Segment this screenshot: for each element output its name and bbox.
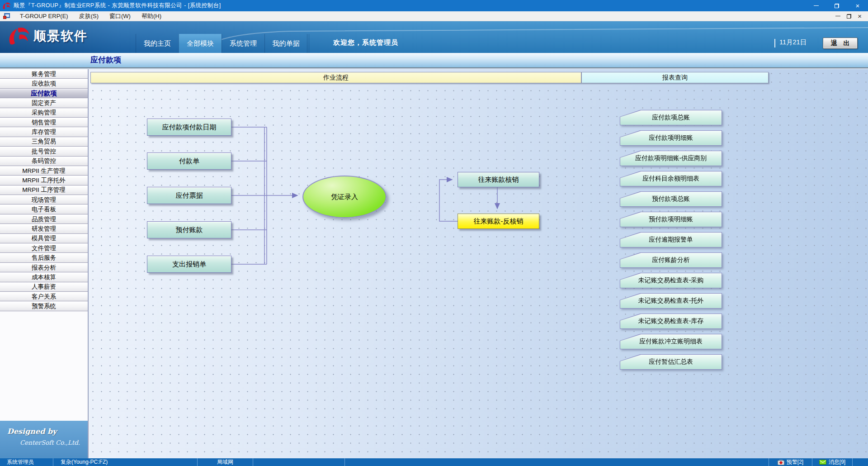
status-spacer bbox=[345, 458, 769, 466]
status-alerts[interactable]: 预警[2] bbox=[769, 458, 812, 466]
brand: 顺景软件 bbox=[6, 26, 88, 47]
mdi-close-icon[interactable]: × bbox=[858, 13, 862, 19]
statusbar: 系统管理员 复杂(Young-PC:FZ) 局域网 预警[2] 消息[9] bbox=[0, 458, 868, 466]
tab-all-modules[interactable]: 全部模块 bbox=[179, 34, 222, 53]
sidebar-item-crm[interactable]: 客户关系 bbox=[0, 292, 88, 301]
current-date: 11月21日 bbox=[779, 38, 807, 47]
sidebar-item-mrp2-production[interactable]: MRPII 生产管理 bbox=[0, 166, 88, 176]
report-button-prepayment-detail[interactable]: 预付款项明细账 bbox=[620, 212, 722, 227]
sidebar-item-rnd[interactable]: 研发管理 bbox=[0, 224, 88, 233]
subheader: 应付款项 bbox=[0, 53, 868, 68]
sidebar-item-quality[interactable]: 品质管理 bbox=[0, 214, 88, 224]
sidebar-item-mold[interactable]: 模具管理 bbox=[0, 234, 88, 243]
page-title: 应付款项 bbox=[90, 55, 121, 65]
sidebar-item-shopfloor[interactable]: 现场管理 bbox=[0, 195, 88, 204]
sidebar-item-mrp2-process[interactable]: MRPII 工序管理 bbox=[0, 185, 88, 195]
body: 账务管理 应收款项 应付款项 固定资产 采购管理 销售管理 库存管理 三角贸易 … bbox=[0, 69, 868, 458]
alerts-label: 预警[2] bbox=[787, 458, 803, 466]
flow-node-payable-notes[interactable]: 应付票据 bbox=[147, 187, 231, 204]
messages-label: 消息[9] bbox=[829, 458, 845, 466]
flow-node-write-off[interactable]: 往来账款核销 bbox=[458, 172, 539, 187]
minimize-icon bbox=[814, 5, 819, 6]
designed-by-line2: CenterSoft Co.,Ltd. bbox=[20, 439, 88, 446]
flow-node-payment-date[interactable]: 应付款项付款日期 bbox=[147, 119, 231, 136]
close-button[interactable]: × bbox=[847, 0, 868, 11]
report-button-payable-account-balance[interactable]: 应付科目余额明细表 bbox=[620, 171, 722, 186]
menu-item-tgroup-erp[interactable]: T-GROUP ERP(E) bbox=[14, 11, 74, 21]
status-machine: 复杂(Young-PC:FZ) bbox=[53, 458, 198, 466]
flow-node-expense-report[interactable]: 支出报销单 bbox=[147, 256, 231, 273]
sidebar-item-barcode-control[interactable]: 条码管控 bbox=[0, 157, 88, 166]
sidebar-item-document[interactable]: 文件管理 bbox=[0, 243, 88, 253]
header-sweep-decoration bbox=[0, 21, 868, 53]
section-header-workflow: 作业流程 bbox=[90, 72, 581, 83]
sidebar-item-payables-selected[interactable]: 应付款项 bbox=[0, 89, 88, 98]
main-tabs: 我的主页 全部模块 系统管理 我的单据 bbox=[136, 34, 307, 53]
sidebar-item-report-analysis[interactable]: 报表分析 bbox=[0, 263, 88, 272]
close-icon: × bbox=[856, 2, 860, 9]
tab-system-management[interactable]: 系统管理 bbox=[222, 34, 264, 53]
restore-button[interactable] bbox=[826, 0, 847, 11]
report-button-payables-detail[interactable]: 应付款项明细账 bbox=[620, 130, 722, 146]
flow-node-prepayment[interactable]: 预付账款 bbox=[147, 221, 231, 238]
status-messages[interactable]: 消息[9] bbox=[812, 458, 853, 466]
report-button-overdue-alert[interactable]: 应付逾期报警单 bbox=[620, 232, 722, 247]
sidebar-item-fixed-assets[interactable]: 固定资产 bbox=[0, 98, 88, 108]
sidebar-item-lot-control[interactable]: 批号管控 bbox=[0, 147, 88, 156]
report-button-aging-analysis[interactable]: 应付账龄分析 bbox=[620, 252, 722, 268]
menu-item-help[interactable]: 帮助(H) bbox=[136, 11, 167, 21]
menubar: T-GROUP ERP(E) 皮肤(S) 窗口(W) 帮助(H) × bbox=[0, 11, 868, 21]
tab-my-documents[interactable]: 我的单据 bbox=[264, 34, 307, 53]
mdi-minimize-icon[interactable] bbox=[835, 16, 840, 16]
sidebar-item-alert-system[interactable]: 预警系统 bbox=[0, 301, 88, 311]
sidebar-item-sales[interactable]: 销售管理 bbox=[0, 118, 88, 127]
sidebar-item-cost-accounting[interactable]: 成本核算 bbox=[0, 272, 88, 282]
report-button-unposted-check-purchase[interactable]: 未记账交易检查表-采购 bbox=[620, 273, 722, 288]
report-button-unposted-check-inventory[interactable]: 未记账交易检查表-库存 bbox=[620, 314, 722, 329]
main-canvas: 作业流程 报表查询 bbox=[89, 69, 868, 458]
report-button-unposted-check-outsourcing[interactable]: 未记账交易检查表-托外 bbox=[620, 293, 722, 309]
sidebar-item-purchasing[interactable]: 采购管理 bbox=[0, 108, 88, 118]
report-button-prepayment-ledger[interactable]: 预付款项总账 bbox=[620, 191, 722, 207]
sidebar-item-after-sales[interactable]: 售后服务 bbox=[0, 253, 88, 262]
sidebar-item-inventory[interactable]: 库存管理 bbox=[0, 127, 88, 137]
sidebar-item-mrp2-outsourcing[interactable]: MRPII 工序托外 bbox=[0, 176, 88, 185]
mdi-restore-icon[interactable] bbox=[847, 14, 851, 19]
header-separator bbox=[309, 34, 309, 53]
app-logo-icon bbox=[2, 2, 11, 10]
menu-item-skin[interactable]: 皮肤(S) bbox=[74, 11, 104, 21]
first-aid-kit-icon bbox=[778, 460, 784, 465]
window-controls: × bbox=[806, 0, 868, 11]
flow-node-voucher-entry[interactable]: 凭证录入 bbox=[302, 176, 387, 218]
sidebar-item-triangle-trade[interactable]: 三角贸易 bbox=[0, 137, 88, 147]
sidebar-item-e-kanban[interactable]: 电子看板 bbox=[0, 204, 88, 214]
message-envelope-icon bbox=[819, 460, 826, 465]
welcome-text: 欢迎您，系统管理员 bbox=[333, 38, 398, 47]
date-separator bbox=[774, 39, 775, 48]
sidebar-item-accounting[interactable]: 账务管理 bbox=[0, 69, 88, 79]
report-button-estimate-summary[interactable]: 应付暂估汇总表 bbox=[620, 354, 722, 370]
status-blank bbox=[253, 458, 345, 466]
section-header-reports: 报表查询 bbox=[581, 72, 769, 83]
brand-name: 顺景软件 bbox=[33, 28, 88, 45]
menu-app-icon bbox=[3, 13, 10, 19]
tab-my-homepage[interactable]: 我的主页 bbox=[136, 34, 179, 53]
designed-by-panel: Designed by CenterSoft Co.,Ltd. bbox=[0, 421, 88, 458]
sidebar-item-receivables[interactable]: 应收款项 bbox=[0, 79, 88, 88]
window-title: 顺景『T-GROUP』制造业ERP系统 - 东莞顺景软件科技有限公司 - [系统… bbox=[14, 2, 221, 10]
report-button-offset-detail[interactable]: 应付账款冲立账明细表 bbox=[620, 334, 722, 349]
restore-icon bbox=[835, 4, 839, 8]
titlebar: 顺景『T-GROUP』制造业ERP系统 - 东莞顺景软件科技有限公司 - [系统… bbox=[0, 0, 868, 11]
exit-button[interactable]: 退 出 bbox=[823, 38, 858, 49]
status-user: 系统管理员 bbox=[0, 458, 53, 466]
status-tail bbox=[853, 458, 868, 466]
minimize-button[interactable] bbox=[806, 0, 826, 11]
menu-item-window[interactable]: 窗口(W) bbox=[104, 11, 136, 21]
flow-node-payment-order[interactable]: 付款单 bbox=[147, 152, 231, 170]
report-button-payables-ledger[interactable]: 应付款项总账 bbox=[620, 110, 722, 125]
flow-node-reverse-write-off[interactable]: 往来账款-反核销 bbox=[458, 214, 539, 229]
report-button-payables-detail-by-supplier[interactable]: 应付款项明细账-供应商别 bbox=[620, 151, 722, 166]
brand-logo-icon bbox=[6, 26, 30, 47]
status-network: 局域网 bbox=[198, 458, 253, 466]
sidebar-item-hr-payroll[interactable]: 人事薪资 bbox=[0, 282, 88, 292]
